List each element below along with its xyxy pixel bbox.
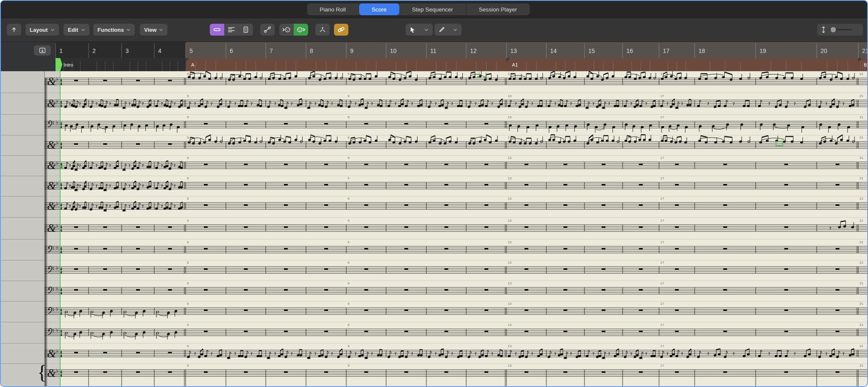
whole-bar-rest[interactable]: [136, 143, 140, 145]
whole-bar-rest[interactable]: [103, 289, 107, 290]
whole-bar-rest[interactable]: [484, 371, 488, 373]
pencil-tool-menu[interactable]: [434, 24, 462, 36]
whole-bar-rest[interactable]: [445, 123, 448, 124]
whole-bar-rest[interactable]: [639, 204, 643, 206]
whole-bar-rest[interactable]: [836, 289, 840, 290]
whole-bar-rest[interactable]: [324, 204, 328, 206]
whole-bar-rest[interactable]: [364, 204, 368, 206]
glue-tool-button[interactable]: [260, 24, 275, 36]
whole-bar-rest[interactable]: [723, 289, 727, 290]
whole-bar-rest[interactable]: [602, 309, 606, 311]
whole-bar-rest[interactable]: [445, 331, 448, 332]
whole-bar-rest[interactable]: [723, 248, 727, 249]
whole-bar-rest[interactable]: [723, 268, 727, 270]
whole-bar-rest[interactable]: [675, 204, 679, 206]
whole-bar-rest[interactable]: [445, 204, 448, 206]
whole-bar-rest[interactable]: [284, 123, 288, 124]
whole-bar-rest[interactable]: [675, 268, 679, 270]
whole-bar-rest[interactable]: [484, 309, 488, 311]
whole-bar-rest[interactable]: [484, 204, 488, 206]
whole-bar-rest[interactable]: [168, 80, 172, 81]
whole-bar-rest[interactable]: [284, 371, 288, 373]
whole-bar-rest[interactable]: [136, 289, 140, 290]
whole-bar-rest[interactable]: [602, 331, 606, 332]
whole-bar-rest[interactable]: [244, 226, 248, 228]
whole-bar-rest[interactable]: [244, 331, 248, 332]
whole-bar-rest[interactable]: [103, 80, 107, 81]
whole-bar-rest[interactable]: [675, 289, 679, 290]
whole-bar-rest[interactable]: [785, 309, 788, 311]
whole-bar-rest[interactable]: [564, 184, 568, 185]
whole-bar-rest[interactable]: [602, 204, 606, 206]
whole-bar-rest[interactable]: [639, 371, 643, 373]
whole-bar-rest[interactable]: [785, 371, 788, 373]
whole-bar-rest[interactable]: [602, 164, 606, 165]
score-canvas[interactable]: &♭4459131721&♭4459131721♭4459131721&♭445…: [1, 71, 867, 387]
whole-bar-rest[interactable]: [204, 204, 208, 206]
whole-bar-rest[interactable]: [284, 289, 288, 290]
whole-bar-rest[interactable]: [103, 268, 107, 270]
whole-bar-rest[interactable]: [675, 226, 679, 228]
whole-bar-rest[interactable]: [484, 289, 488, 290]
layout-menu[interactable]: Layout: [25, 24, 59, 36]
whole-bar-rest[interactable]: [284, 164, 288, 165]
whole-bar-rest[interactable]: [404, 268, 408, 270]
whole-bar-rest[interactable]: [74, 226, 78, 228]
whole-bar-rest[interactable]: [74, 80, 78, 81]
whole-bar-rest[interactable]: [284, 204, 288, 206]
whole-bar-rest[interactable]: [244, 268, 248, 270]
whole-bar-rest[interactable]: [364, 226, 368, 228]
whole-bar-rest[interactable]: [445, 226, 448, 228]
tab-session-player[interactable]: Session Player: [466, 3, 530, 15]
whole-bar-rest[interactable]: [284, 331, 288, 332]
whole-bar-rest[interactable]: [675, 371, 679, 373]
whole-bar-rest[interactable]: [445, 371, 448, 373]
whole-bar-rest[interactable]: [675, 309, 679, 311]
whole-bar-rest[interactable]: [723, 331, 727, 332]
whole-bar-rest[interactable]: [675, 331, 679, 332]
whole-bar-rest[interactable]: [74, 143, 78, 145]
whole-bar-rest[interactable]: [284, 184, 288, 185]
whole-bar-rest[interactable]: [723, 371, 727, 373]
whole-bar-rest[interactable]: [525, 226, 529, 228]
whole-bar-rest[interactable]: [204, 123, 208, 124]
whole-bar-rest[interactable]: [74, 268, 78, 270]
whole-bar-rest[interactable]: [564, 371, 568, 373]
tab-score[interactable]: Score: [359, 3, 399, 15]
whole-bar-rest[interactable]: [675, 184, 679, 185]
whole-bar-rest[interactable]: [723, 164, 727, 165]
whole-bar-rest[interactable]: [484, 248, 488, 249]
bar-ruler[interactable]: IntroAA1B1234567891011121314151617181920…: [1, 42, 867, 71]
whole-bar-rest[interactable]: [103, 371, 107, 373]
marker-A1[interactable]: A1: [506, 58, 858, 71]
whole-bar-rest[interactable]: [244, 123, 248, 124]
whole-bar-rest[interactable]: [74, 289, 78, 290]
whole-bar-rest[interactable]: [445, 248, 448, 249]
whole-bar-rest[interactable]: [525, 289, 529, 290]
whole-bar-rest[interactable]: [244, 248, 248, 249]
whole-bar-rest[interactable]: [324, 309, 328, 311]
whole-bar-rest[interactable]: [364, 268, 368, 270]
midi-out-button[interactable]: [294, 24, 308, 36]
whole-bar-rest[interactable]: [364, 371, 368, 373]
whole-bar-rest[interactable]: [785, 226, 788, 228]
whole-bar-rest[interactable]: [525, 268, 529, 270]
whole-bar-rest[interactable]: [564, 204, 568, 206]
whole-bar-rest[interactable]: [602, 268, 606, 270]
whole-bar-rest[interactable]: [723, 309, 727, 311]
whole-bar-rest[interactable]: [639, 289, 643, 290]
view-menu[interactable]: View: [140, 24, 167, 36]
whole-bar-rest[interactable]: [204, 371, 208, 373]
whole-bar-rest[interactable]: [525, 248, 529, 249]
whole-bar-rest[interactable]: [675, 248, 679, 249]
linear-view-button[interactable]: [224, 24, 239, 36]
whole-bar-rest[interactable]: [136, 371, 140, 373]
whole-bar-rest[interactable]: [324, 371, 328, 373]
whole-bar-rest[interactable]: [484, 331, 488, 332]
whole-bar-rest[interactable]: [404, 226, 408, 228]
whole-bar-rest[interactable]: [324, 164, 328, 165]
pointer-tool-menu[interactable]: [406, 24, 433, 36]
whole-bar-rest[interactable]: [785, 248, 788, 249]
region-view-button[interactable]: [210, 24, 224, 36]
whole-bar-rest[interactable]: [244, 289, 248, 290]
